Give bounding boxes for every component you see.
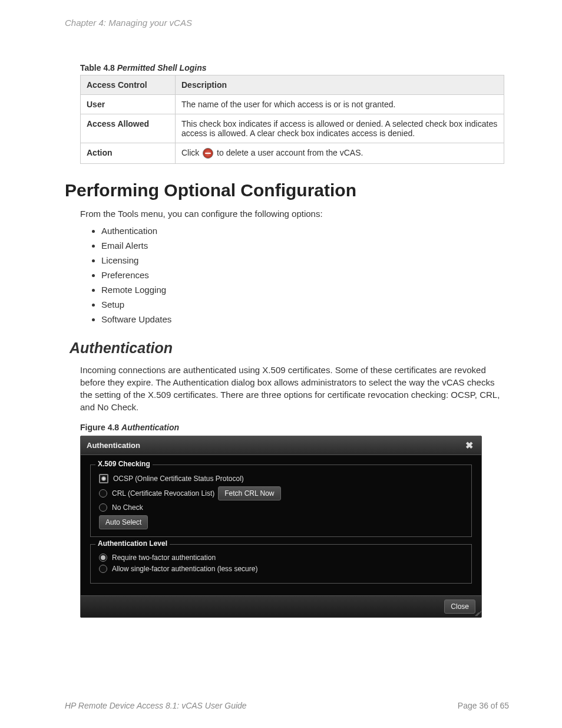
row-action-head: Action <box>81 143 176 164</box>
radio-ocsp-row[interactable]: OCSP (Online Certificate Status Protocol… <box>99 474 463 483</box>
auto-select-button[interactable]: Auto Select <box>99 515 148 529</box>
row-action-desc: Click to delete a user account from the … <box>176 143 504 164</box>
figure-caption-title: Authentication <box>121 423 179 432</box>
close-icon[interactable]: ✖ <box>463 440 475 451</box>
col-description: Description <box>176 75 504 95</box>
radio-nocheck-row[interactable]: No Check <box>99 503 463 512</box>
action-desc-after: to delete a user account from the vCAS. <box>214 148 363 157</box>
authentication-dialog: Authentication ✖ X.509 Checking OCSP (On… <box>80 436 482 618</box>
dialog-footer: Close <box>81 595 481 617</box>
page-footer: HP Remote Device Access 8.1: vCAS User G… <box>65 701 509 710</box>
list-item: Authentication <box>101 226 509 236</box>
figure-caption-prefix: Figure 4.8 <box>80 423 121 432</box>
delete-icon <box>203 148 213 159</box>
subsection-heading-authentication: Authentication <box>70 340 509 357</box>
list-item: Licensing <box>101 255 509 265</box>
table-row: Access Allowed This check box indicates … <box>81 114 504 143</box>
intro-paragraph: From the Tools menu, you can configure t… <box>80 207 509 220</box>
table-row: User The name of the user for which acce… <box>81 95 504 114</box>
list-item: Preferences <box>101 270 509 280</box>
dialog-title: Authentication <box>87 441 140 450</box>
radio-ocsp-label: OCSP (Online Certificate Status Protocol… <box>113 475 244 483</box>
chapter-header: Chapter 4: Managing your vCAS <box>65 18 509 28</box>
action-desc-before: Click <box>181 148 201 157</box>
radio-nocheck-label: No Check <box>112 503 143 512</box>
table-caption-prefix: Table 4.8 <box>80 63 117 73</box>
close-button[interactable]: Close <box>444 599 475 614</box>
row-user-desc: The name of the user for which access is… <box>176 95 504 114</box>
radio-nocheck[interactable] <box>99 503 107 512</box>
row-user-head: User <box>81 95 176 114</box>
list-item: Software Updates <box>101 314 509 324</box>
radio-singlefactor-row[interactable]: Allow single-factor authentication (less… <box>99 565 463 573</box>
radio-crl-row[interactable]: CRL (Certificate Revocation List) Fetch … <box>99 486 463 500</box>
authentication-level-group: Authentication Level Require two-factor … <box>90 544 472 584</box>
radio-twofactor-row[interactable]: Require two-factor authentication <box>99 554 463 562</box>
authlevel-legend: Authentication Level <box>95 539 170 548</box>
radio-ocsp[interactable] <box>99 474 108 483</box>
radio-twofactor[interactable] <box>99 554 107 562</box>
x509-legend: X.509 Checking <box>95 460 153 468</box>
radio-singlefactor-label: Allow single-factor authentication (less… <box>112 565 257 573</box>
figure-caption: Figure 4.8 Authentication <box>80 423 509 432</box>
radio-singlefactor[interactable] <box>99 565 107 573</box>
fetch-crl-button[interactable]: Fetch CRL Now <box>218 486 280 500</box>
row-access-allowed-head: Access Allowed <box>81 114 176 143</box>
options-list: Authentication Email Alerts Licensing Pr… <box>88 226 509 324</box>
row-access-allowed-desc: This check box indicates if access is al… <box>176 114 504 143</box>
dialog-titlebar[interactable]: Authentication ✖ <box>81 436 481 455</box>
list-item: Setup <box>101 299 509 309</box>
table-caption-title: Permitted Shell Logins <box>117 63 207 73</box>
permitted-shell-logins-table: Access Control Description User The name… <box>80 75 504 164</box>
resize-grip-icon[interactable] <box>473 609 480 616</box>
table-row: Action Click to delete a user account fr… <box>81 143 504 164</box>
list-item: Remote Logging <box>101 285 509 295</box>
footer-page-number: Page 36 of 65 <box>458 701 509 710</box>
radio-crl[interactable] <box>99 489 107 498</box>
footer-doc-title: HP Remote Device Access 8.1: vCAS User G… <box>65 701 247 710</box>
section-heading-performing-optional-config: Performing Optional Configuration <box>65 180 509 200</box>
list-item: Email Alerts <box>101 241 509 251</box>
radio-crl-label: CRL (Certificate Revocation List) <box>112 489 214 498</box>
radio-twofactor-label: Require two-factor authentication <box>112 554 216 562</box>
table-caption: Table 4.8 Permitted Shell Logins <box>80 63 509 73</box>
x509-checking-group: X.509 Checking OCSP (Online Certificate … <box>90 465 472 537</box>
col-access-control: Access Control <box>81 75 176 95</box>
authentication-paragraph: Incoming connections are authenticated u… <box>80 364 509 413</box>
